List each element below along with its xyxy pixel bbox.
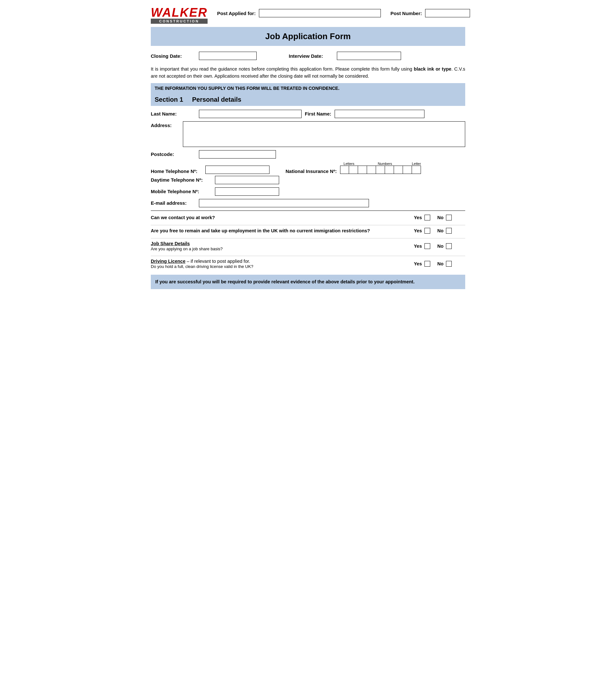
ni-wrapper: Letters Numbers Letter [340,162,421,174]
ni-top-labels: Letters Numbers Letter [340,162,421,166]
ni-cell-9[interactable] [412,166,421,174]
ni-cell-2[interactable] [349,166,358,174]
form-title: Job Application Form [154,31,462,41]
ni-cell-7[interactable] [394,166,403,174]
contact-work-no-checkbox[interactable] [446,215,452,220]
ni-cell-4[interactable] [367,166,376,174]
ni-cell-1[interactable] [340,166,349,174]
intro-text: It is important that you read the guidan… [151,66,465,80]
job-share-text: Job Share Details Are you applying on a … [151,241,414,251]
ni-cell-8[interactable] [403,166,412,174]
driving-licence-yn: Yes No [414,261,465,267]
email-label: E-mail address: [151,200,196,206]
job-share-heading: Job Share Details [151,241,190,246]
free-to-work-yn: Yes No [414,228,465,234]
free-to-work-text: Are you free to remain and take up emplo… [151,228,414,233]
name-row: Last Name: First Name: [151,110,465,118]
divider-1 [151,211,465,211]
ni-numbers-label: Numbers [358,162,412,166]
daytime-tel-input[interactable] [215,176,279,184]
job-share-no-checkbox[interactable] [446,243,452,249]
interview-date-input[interactable] [337,52,401,60]
interview-date-label: Interview Date: [289,53,334,59]
driving-licence-row: Driving Licence – if relevant to post ap… [151,256,465,270]
title-banner: Job Application Form [151,27,465,46]
driving-licence-no-checkbox[interactable] [446,261,452,267]
driving-licence-sub2: Do you hold a full, clean driving licens… [151,264,253,269]
free-to-work-no-checkbox[interactable] [446,228,452,234]
ni-letter-label: Letter [412,162,421,166]
ni-cell-6[interactable] [385,166,394,174]
post-applied-label: Post Applied for: [217,10,256,16]
section1-header: Section 1 Personal details [151,93,465,106]
first-name-input[interactable] [335,110,424,118]
email-input[interactable] [199,199,369,207]
first-name-label: First Name: [305,111,331,116]
contact-work-yes-checkbox[interactable] [424,215,430,220]
confidence-notice: THE INFORMATION YOU SUPPLY ON THIS FORM … [151,83,465,93]
ni-cells [340,166,421,174]
ni-cell-5[interactable] [376,166,385,174]
driving-licence-sub-prefix: – if relevant to post applied for. [185,259,250,264]
job-share-yes-label: Yes [414,243,422,249]
ni-letters-label: Letters [340,162,358,166]
job-share-row: Job Share Details Are you applying on a … [151,238,465,253]
mobile-tel-row: Mobile Telephone Nº: [151,187,465,196]
contact-work-yes-label: Yes [414,215,422,220]
logo: WALKER CONSTRUCTION [151,6,207,24]
last-name-label: Last Name: [151,111,196,116]
email-row: E-mail address: [151,199,465,207]
postcode-label: Postcode: [151,151,196,157]
mobile-tel-input[interactable] [215,187,279,196]
dates-row: Closing Date: Interview Date: [151,48,465,63]
free-to-work-no-label: No [437,228,443,233]
ni-cell-3[interactable] [358,166,367,174]
post-applied-input[interactable] [259,9,381,17]
driving-licence-no-label: No [437,261,443,266]
contact-work-row: Can we contact you at work? Yes No [151,213,465,222]
daytime-tel-label: Daytime Telephone Nº: [151,177,212,182]
footer-text: If you are successful you will be requir… [155,279,415,284]
post-number-label: Post Number: [391,10,422,16]
driving-licence-text: Driving Licence – if relevant to post ap… [151,259,414,269]
footer-banner: If you are successful you will be requir… [151,275,465,289]
logo-subtitle: CONSTRUCTION [151,19,207,24]
free-to-work-yes-checkbox[interactable] [424,228,430,234]
contact-work-yn: Yes No [414,215,465,220]
free-to-work-yes-label: Yes [414,228,422,233]
contact-work-no-label: No [437,215,443,220]
job-share-yes-checkbox[interactable] [424,243,430,249]
tel-ni-row: Home Telephone Nº: National Insurance Nº… [151,162,465,174]
home-tel-input[interactable] [205,166,269,174]
ni-label: National Insurance Nº: [286,169,337,174]
free-to-work-row: Are you free to remain and take up emplo… [151,225,465,235]
job-share-no-label: No [437,243,443,249]
home-tel-label: Home Telephone Nº: [151,169,202,174]
driving-licence-yes-label: Yes [414,261,422,266]
postcode-input[interactable] [199,150,276,158]
last-name-input[interactable] [199,110,302,118]
address-row: Address: [151,121,465,147]
postcode-row: Postcode: [151,150,465,158]
contact-work-text: Can we contact you at work? [151,215,414,220]
daytime-tel-row: Daytime Telephone Nº: [151,176,465,184]
logo-name: WALKER [151,6,207,19]
address-label: Address: [151,121,180,128]
address-input[interactable] [183,121,465,147]
driving-licence-yes-checkbox[interactable] [424,261,430,267]
mobile-tel-label: Mobile Telephone Nº: [151,189,212,194]
job-share-sub: Are you applying on a job share basis? [151,246,223,251]
driving-licence-heading: Driving Licence [151,259,185,264]
closing-date-input[interactable] [199,52,257,60]
job-share-yn: Yes No [414,243,465,249]
closing-date-label: Closing Date: [151,53,196,59]
post-number-input[interactable] [425,9,470,17]
